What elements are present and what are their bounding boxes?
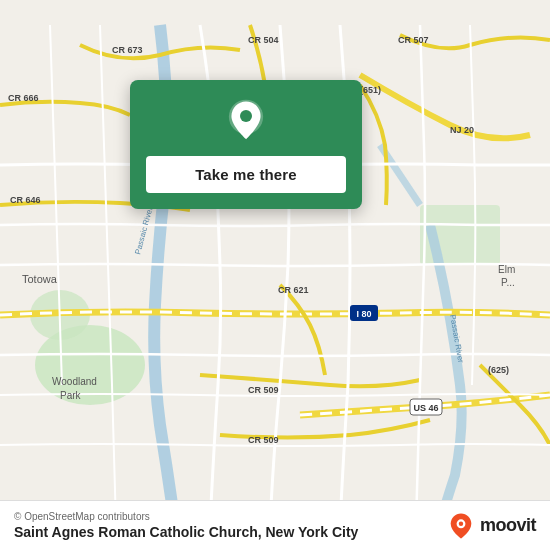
location-pin-icon [222, 98, 270, 146]
place-name: Saint Agnes Roman Catholic Church, New Y… [14, 524, 358, 540]
location-card: Take me there [130, 80, 362, 209]
svg-text:(651): (651) [360, 85, 381, 95]
osm-credit: © OpenStreetMap contributors [14, 511, 358, 522]
take-me-there-button[interactable]: Take me there [146, 156, 346, 193]
svg-text:CR 504: CR 504 [248, 35, 279, 45]
svg-point-27 [240, 110, 252, 122]
svg-text:NJ 20: NJ 20 [450, 125, 474, 135]
svg-text:Park: Park [60, 390, 82, 401]
svg-point-29 [459, 521, 463, 525]
svg-text:CR 621: CR 621 [278, 285, 309, 295]
svg-text:(625): (625) [488, 365, 509, 375]
map-container: CR 673 CR 666 CR 646 CR 504 CR 507 (651)… [0, 0, 550, 550]
svg-text:CR 509: CR 509 [248, 385, 279, 395]
svg-text:P...: P... [501, 277, 515, 288]
bottom-left-info: © OpenStreetMap contributors Saint Agnes… [14, 511, 358, 540]
svg-text:CR 509: CR 509 [248, 435, 279, 445]
moovit-pin-icon [447, 512, 475, 540]
svg-text:Woodland: Woodland [52, 376, 97, 387]
svg-text:CR 646: CR 646 [10, 195, 41, 205]
moovit-text: moovit [480, 515, 536, 536]
svg-text:Elm: Elm [498, 264, 515, 275]
svg-text:CR 666: CR 666 [8, 93, 39, 103]
moovit-logo: moovit [447, 512, 536, 540]
svg-text:CR 507: CR 507 [398, 35, 429, 45]
svg-text:US 46: US 46 [413, 403, 438, 413]
bottom-bar: © OpenStreetMap contributors Saint Agnes… [0, 500, 550, 550]
svg-text:Totowa: Totowa [22, 273, 58, 285]
svg-text:I 80: I 80 [356, 309, 371, 319]
svg-text:CR 673: CR 673 [112, 45, 143, 55]
